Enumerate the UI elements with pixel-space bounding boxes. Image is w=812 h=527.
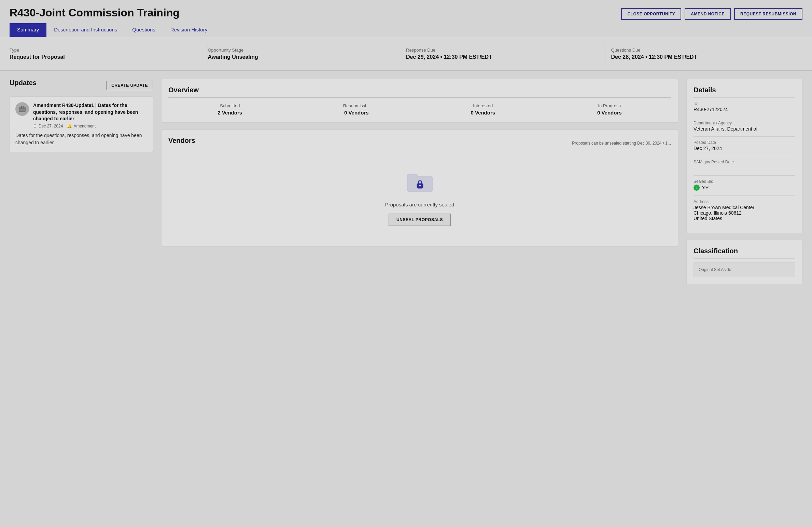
create-update-button[interactable]: CREATE UPDATE — [106, 81, 153, 90]
amend-notice-button[interactable]: AMEND NOTICE — [685, 8, 731, 20]
vendors-sealed-text: Proposals are currently sealed — [175, 202, 664, 207]
meta-bar: Type Request for Proposal Opportunity St… — [0, 37, 812, 71]
calendar-icon: 🗓 — [33, 124, 37, 129]
overview-in-progress: In Progress 0 Vendors — [548, 103, 671, 116]
meta-stage-label: Opportunity Stage — [208, 48, 399, 53]
meta-questions-due-value: Dec 28, 2024 • 12:30 PM EST/EDT — [611, 54, 796, 60]
overview-submitted-value: 2 Vendors — [168, 110, 292, 116]
classification-divider — [694, 258, 795, 259]
meta-questions-due-label: Questions Due — [611, 48, 796, 53]
detail-sealed-bid-label: Sealed Bid — [694, 179, 795, 184]
middle-section: Overview Submitted 2 Vendors Resubmissi.… — [161, 79, 678, 247]
meta-type-value: Request for Proposal — [10, 54, 201, 60]
detail-divider-5 — [694, 195, 795, 196]
request-resubmission-button[interactable]: REQUEST RESUBMISSION — [734, 8, 802, 20]
overview-divider — [168, 97, 671, 98]
detail-sealed-bid-value: Yes — [702, 185, 710, 190]
svg-rect-2 — [23, 106, 24, 108]
locked-folder-icon — [406, 170, 433, 195]
overview-resubmission-label: Resubmissi... — [295, 103, 418, 108]
bell-icon: 🔔 — [67, 124, 72, 129]
detail-divider-3 — [694, 156, 795, 156]
update-card-title: Amendment R430-Update1 | Dates for the q… — [33, 102, 147, 122]
tab-summary[interactable]: Summary — [10, 23, 46, 37]
updates-header: Updates CREATE UPDATE — [10, 79, 153, 92]
page-title: R430-Joint Commission Training — [10, 6, 180, 19]
overview-grid: Submitted 2 Vendors Resubmissi... 0 Vend… — [168, 103, 671, 116]
unseal-proposals-button[interactable]: UNSEAL PROPOSALS — [389, 214, 451, 226]
overview-interested-label: Interested — [421, 103, 545, 108]
header-buttons: CLOSE OPPORTUNITY AMEND NOTICE REQUEST R… — [621, 8, 802, 20]
detail-dept: Department / Agency Veteran Affairs, Dep… — [694, 121, 795, 132]
meta-stage-value: Awaiting Unsealing — [208, 54, 399, 60]
detail-divider-1 — [694, 117, 795, 117]
green-check-icon: ✓ — [694, 185, 700, 191]
svg-rect-1 — [21, 106, 22, 108]
tab-revision-history[interactable]: Revision History — [163, 23, 215, 37]
detail-address-line3: United States — [694, 216, 795, 221]
details-title: Details — [694, 86, 716, 94]
update-type: 🔔 Amendment — [67, 124, 96, 129]
detail-id-label: ID — [694, 101, 795, 106]
update-icon — [15, 102, 29, 116]
meta-type-label: Type — [10, 48, 201, 53]
overview-resubmission: Resubmissi... 0 Vendors — [295, 103, 418, 116]
meta-response-due-value: Dec 29, 2024 • 12:30 PM EST/EDT — [406, 54, 597, 60]
overview-title: Overview — [168, 86, 199, 94]
overview-in-progress-value: 0 Vendors — [548, 110, 671, 116]
overview-submitted: Submitted 2 Vendors — [168, 103, 292, 116]
detail-dept-value: Veteran Affairs, Department of — [694, 126, 795, 132]
tab-questions[interactable]: Questions — [125, 23, 163, 37]
overview-submitted-label: Submitted — [168, 103, 292, 108]
update-card-header: Amendment R430-Update1 | Dates for the q… — [15, 102, 147, 129]
detail-divider-2 — [694, 136, 795, 137]
vendors-subtext: Proposals can be unsealed starting Dec 3… — [572, 141, 671, 146]
tab-description[interactable]: Description and Instructions — [46, 23, 125, 37]
detail-sam-posted-label: SAM.gov Posted Date — [694, 160, 795, 164]
details-card: Details ID R430-27122024 Department / Ag… — [686, 79, 802, 233]
updates-section: Updates CREATE UPDATE Amendment R430-U — [10, 79, 153, 152]
vendors-body: Proposals are currently sealed UNSEAL PR… — [168, 149, 671, 240]
detail-address: Address Jesse Brown Medical Center Chica… — [694, 199, 795, 221]
svg-rect-0 — [19, 107, 25, 112]
update-card-body: Dates for the questions, responses, and … — [15, 132, 147, 146]
detail-id: ID R430-27122024 — [694, 101, 795, 112]
detail-sam-posted-value: - — [694, 165, 795, 171]
detail-posted: Posted Date Dec 27, 2024 — [694, 140, 795, 151]
header-area: R430-Joint Commission Training CLOSE OPP… — [0, 0, 812, 20]
overview-interested: Interested 0 Vendors — [421, 103, 545, 116]
vendors-header: Vendors Proposals can be unsealed starti… — [168, 137, 671, 149]
detail-divider-4 — [694, 175, 795, 176]
original-set-aside-label: Original Set Aside — [699, 267, 790, 272]
update-date: 🗓 Dec 27, 2024 — [33, 124, 63, 129]
overview-resubmission-value: 0 Vendors — [295, 110, 418, 116]
detail-posted-label: Posted Date — [694, 140, 795, 145]
sealed-bid-badge: ✓ Yes — [694, 185, 795, 191]
meta-questions-due: Questions Due Dec 28, 2024 • 12:30 PM ES… — [604, 44, 803, 64]
meta-stage: Opportunity Stage Awaiting Unsealing — [208, 44, 406, 64]
close-opportunity-button[interactable]: CLOSE OPPORTUNITY — [621, 8, 681, 20]
page-wrapper: R430-Joint Commission Training CLOSE OPP… — [0, 0, 812, 527]
overview-card: Overview Submitted 2 Vendors Resubmissi.… — [161, 79, 678, 123]
detail-id-value: R430-27122024 — [694, 107, 795, 112]
detail-address-line2: Chicago, Illinois 60612 — [694, 210, 795, 216]
right-section: Details ID R430-27122024 Department / Ag… — [686, 79, 802, 284]
detail-address-label: Address — [694, 199, 795, 204]
svg-rect-6 — [420, 186, 420, 187]
classification-title: Classification — [694, 247, 738, 255]
vendors-title: Vendors — [168, 137, 195, 145]
meta-response-due-label: Response Due — [406, 48, 597, 53]
update-card-meta: 🗓 Dec 27, 2024 🔔 Amendment — [33, 124, 147, 129]
detail-address-line1: Jesse Brown Medical Center — [694, 205, 795, 210]
details-divider-top — [694, 97, 795, 98]
overview-interested-value: 0 Vendors — [421, 110, 545, 116]
meta-response-due: Response Due Dec 29, 2024 • 12:30 PM EST… — [406, 44, 604, 64]
classification-inner: Original Set Aside — [694, 262, 795, 277]
detail-posted-value: Dec 27, 2024 — [694, 146, 795, 151]
tabs-bar: Summary Description and Instructions Que… — [0, 20, 812, 37]
update-card: Amendment R430-Update1 | Dates for the q… — [10, 96, 153, 152]
detail-dept-label: Department / Agency — [694, 121, 795, 125]
detail-sealed-bid: Sealed Bid ✓ Yes — [694, 179, 795, 191]
meta-type: Type Request for Proposal — [10, 44, 208, 64]
vendors-card: Vendors Proposals can be unsealed starti… — [161, 130, 678, 247]
